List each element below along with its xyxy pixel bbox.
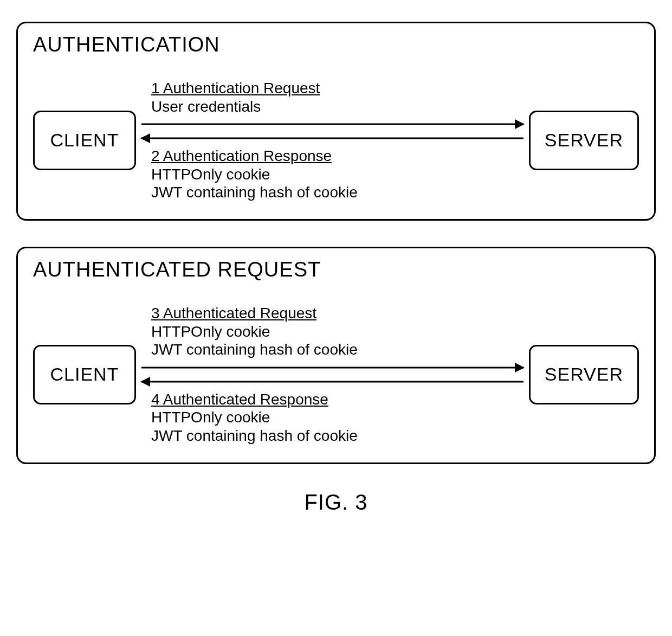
response-body: HTTPOnly cookieJWT containing hash of co… (151, 166, 358, 201)
panel-title: AUTHENTICATION (33, 33, 639, 56)
server-node: SERVER (529, 345, 639, 404)
messages-middle: 1 Authentication Request User credential… (136, 77, 529, 204)
figure-caption: FIG. 3 (16, 490, 656, 515)
arrow-left (141, 132, 524, 145)
response-header: 4 Authenticated Response (151, 391, 328, 408)
authentication-panel: AUTHENTICATION CLIENT 1 Authentication R… (16, 22, 656, 221)
client-node: CLIENT (33, 345, 136, 404)
request-body: HTTPOnly cookieJWT containing hash of co… (151, 323, 358, 358)
arrow-left (141, 375, 524, 388)
diagram-row: CLIENT 1 Authentication Request User cre… (33, 77, 639, 204)
request-header: 3 Authenticated Request (151, 305, 316, 322)
client-node: CLIENT (33, 111, 136, 170)
response-message: 4 Authenticated Response HTTPOnly cookie… (151, 390, 524, 445)
request-header: 1 Authentication Request (151, 80, 320, 97)
response-header: 2 Authentication Response (151, 147, 332, 164)
request-message: 1 Authentication Request User credential… (151, 79, 524, 115)
arrow-right (141, 361, 524, 374)
messages-middle: 3 Authenticated Request HTTPOnly cookieJ… (136, 302, 529, 447)
response-message: 2 Authentication Response HTTPOnly cooki… (151, 147, 524, 202)
request-message: 3 Authenticated Request HTTPOnly cookieJ… (151, 304, 524, 359)
panel-title: AUTHENTICATED REQUEST (33, 258, 639, 281)
server-node: SERVER (529, 111, 639, 170)
authenticated-request-panel: AUTHENTICATED REQUEST CLIENT 3 Authentic… (16, 247, 656, 464)
response-body: HTTPOnly cookieJWT containing hash of co… (151, 409, 358, 444)
arrow-right (141, 118, 524, 131)
diagram-row: CLIENT 3 Authenticated Request HTTPOnly … (33, 302, 639, 447)
request-body: User credentials (151, 98, 261, 115)
